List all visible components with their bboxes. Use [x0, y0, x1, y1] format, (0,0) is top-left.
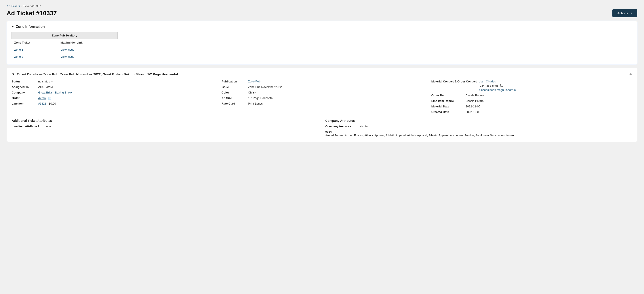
- contact-block: Liam Charles (734) 358-8455 📞 placeholde…: [479, 80, 517, 92]
- company-attr-9024-label: 9024: [325, 130, 332, 133]
- attr-row-line-item-attr2: Line Item Attribute 2 one: [12, 125, 319, 128]
- line-item-reps-value: Cassie Pataro: [466, 99, 484, 102]
- material-date-value: 2022-11-05: [466, 105, 480, 108]
- created-date-value: 2022-10-02: [466, 110, 480, 114]
- status-row: Status no status ✏: [12, 80, 212, 83]
- contact-email-link[interactable]: placeholder@maghub.com ✉: [479, 88, 517, 92]
- line-item-price: - $0.00: [47, 102, 56, 105]
- order-rep-row: Order Rep Cassie Pataro: [432, 94, 632, 97]
- actions-button[interactable]: Actions ▼: [612, 9, 637, 17]
- zone-2-view-issue-link[interactable]: View Issue: [60, 55, 74, 58]
- issue-label: Issue: [222, 85, 246, 89]
- ticket-details-card: ▼ Ticket Details — Zone Pub, Zone Pub No…: [7, 68, 637, 142]
- created-date-label: Created Date: [432, 110, 464, 114]
- collapse-triangle-icon[interactable]: ▼: [12, 25, 14, 28]
- table-row: Zone 2 View Issue: [12, 53, 118, 60]
- breadcrumb-current: Ticket #10337: [23, 4, 41, 8]
- line-item-reps-row: Line Item Rep(s) Cassie Pataro: [432, 99, 632, 102]
- order-pdf-icon[interactable]: 📄: [48, 96, 51, 100]
- col-header-zone-ticket: Zone Ticket: [12, 39, 58, 46]
- line-item-attr2-label: Line Item Attribute 2: [12, 125, 43, 128]
- line-item-link[interactable]: #5321: [38, 102, 46, 105]
- color-row: Color CMYK: [222, 91, 422, 94]
- line-item-row: Line Item #5321 - $0.00: [12, 102, 212, 105]
- breadcrumb-separator: »: [21, 4, 22, 8]
- status-edit-icon[interactable]: ✏: [50, 80, 53, 83]
- status-value: no status ✏: [38, 80, 53, 83]
- email-address: placeholder@maghub.com: [479, 88, 514, 92]
- details-right-col: Material Contact & Order Contact Liam Ch…: [432, 80, 632, 114]
- order-rep-value: Cassie Pataro: [466, 94, 484, 97]
- order-link[interactable]: #2237: [38, 96, 46, 100]
- assigned-to-value: Allie Pataro: [38, 85, 53, 89]
- additional-ticket-attributes: Additional Ticket Attributes Line Item A…: [12, 119, 319, 138]
- details-grid: Status no status ✏ Assigned To Allie Pat…: [12, 80, 632, 114]
- ad-size-value: 1/2 Page Horizontal: [248, 96, 273, 100]
- zone-2-link[interactable]: Zone 2: [14, 55, 23, 58]
- created-date-row: Created Date 2022-10-02: [432, 110, 632, 114]
- rate-card-value: Print Zones: [248, 102, 262, 105]
- publication-label: Publication: [222, 80, 246, 83]
- publication-link[interactable]: Zone Pub: [248, 80, 260, 83]
- rate-card-label: Rate Card: [222, 102, 246, 105]
- company-attributes-title: Company Attributes: [325, 119, 632, 122]
- ticket-details-header: ▼ Ticket Details — Zone Pub, Zone Pub No…: [12, 72, 632, 76]
- line-item-value: #5321 - $0.00: [38, 102, 56, 105]
- zone-information-title: Zone Information: [16, 25, 45, 29]
- assigned-to-label: Assigned To: [12, 85, 36, 89]
- ticket-details-section-title: Ticket Details — Zone Pub, Zone Pub Nove…: [17, 72, 178, 76]
- issue-row: Issue Zone Pub November 2022: [222, 85, 422, 89]
- ticket-details-title: ▼ Ticket Details — Zone Pub, Zone Pub No…: [12, 72, 178, 76]
- breadcrumb-parent-link[interactable]: Ad Tickets: [7, 4, 20, 8]
- email-icon: ✉: [514, 88, 516, 92]
- line-item-reps-label: Line Item Rep(s): [432, 99, 464, 102]
- company-link[interactable]: Great British Baking Show: [38, 91, 72, 94]
- line-item-label: Line Item: [12, 102, 36, 105]
- order-row: Order #2237 📄: [12, 96, 212, 100]
- status-label: Status: [12, 80, 36, 83]
- additional-attributes-title: Additional Ticket Attributes: [12, 119, 319, 122]
- ticket-details-collapse-icon[interactable]: ▼: [12, 72, 15, 76]
- color-value: CMYK: [248, 91, 256, 94]
- order-value: #2237 📄: [38, 96, 51, 100]
- edit-icon[interactable]: ✏: [630, 72, 632, 76]
- zone-1-view-issue-link[interactable]: View Issue: [60, 48, 74, 51]
- company-attr-9024-row: 9024 Armed Forces; Armed Forces; Athleti…: [325, 130, 632, 138]
- company-attributes: Company Attributes Company text area afs…: [325, 119, 632, 138]
- ad-size-row: Ad Size 1/2 Page Horizontal: [222, 96, 422, 100]
- material-date-row: Material Date 2022-11-05: [432, 105, 632, 108]
- status-text: no status: [38, 80, 50, 83]
- company-text-area-row: Company text area afsdfa: [325, 125, 632, 128]
- table-row: Zone 1 View Issue: [12, 46, 118, 53]
- page-title: Ad Ticket #10337: [7, 10, 57, 17]
- assigned-to-row: Assigned To Allie Pataro: [12, 85, 212, 89]
- material-contact-label: Material Contact & Order Contact: [432, 80, 477, 83]
- zone-information-header: ▼ Zone Information: [12, 25, 632, 29]
- company-label: Company: [12, 91, 36, 94]
- material-date-label: Material Date: [432, 105, 464, 108]
- order-label: Order: [12, 96, 36, 100]
- zone-information-card: ▼ Zone Information Zone Pub Territory Zo…: [7, 21, 637, 64]
- order-rep-label: Order Rep: [432, 94, 464, 97]
- publication-row: Publication Zone Pub: [222, 80, 422, 83]
- contact-phone: (734) 358-8455 📞: [479, 84, 517, 87]
- issue-value: Zone Pub November 2022: [248, 85, 282, 89]
- contact-name-link[interactable]: Liam Charles: [479, 80, 517, 83]
- chevron-down-icon: ▼: [630, 12, 632, 15]
- company-attr-9024-value: Armed Forces; Armed Forces; Athletic App…: [325, 133, 632, 138]
- color-label: Color: [222, 91, 246, 94]
- material-contact-row: Material Contact & Order Contact Liam Ch…: [432, 80, 632, 92]
- table-column-headers: Zone Ticket Magbuilder Link: [12, 39, 118, 46]
- details-left-col: Status no status ✏ Assigned To Allie Pat…: [12, 80, 212, 114]
- ad-size-label: Ad Size: [222, 96, 246, 100]
- company-row: Company Great British Baking Show: [12, 91, 212, 94]
- phone-icon: 📞: [500, 84, 503, 87]
- zone-pub-territory-table: Zone Pub Territory Zone Ticket Magbuilde…: [12, 32, 118, 60]
- breadcrumb: Ad Tickets » Ticket #10337: [7, 4, 637, 8]
- zone-1-link[interactable]: Zone 1: [14, 48, 23, 51]
- attributes-section: Additional Ticket Attributes Line Item A…: [12, 119, 632, 138]
- rate-card-row: Rate Card Print Zones: [222, 102, 422, 105]
- actions-button-label: Actions: [617, 11, 628, 15]
- company-text-area-value: afsdfa: [360, 125, 368, 128]
- details-middle-col: Publication Zone Pub Issue Zone Pub Nove…: [222, 80, 422, 114]
